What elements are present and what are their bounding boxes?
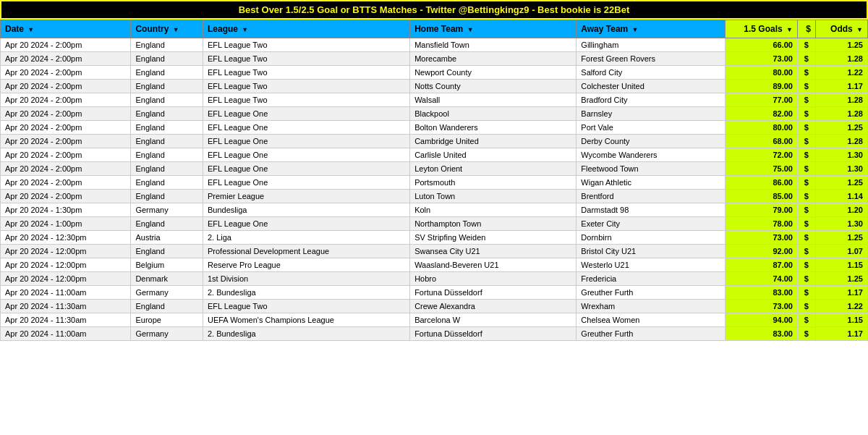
cell-league: EFL League One: [203, 162, 409, 176]
cell-league: EFL League Two: [203, 93, 409, 107]
cell-date: Apr 20 2024 - 2:00pm: [1, 148, 131, 162]
header-odds[interactable]: Odds ▼: [815, 20, 867, 38]
cell-odds: 1.22: [815, 66, 867, 80]
table-row: Apr 20 2024 - 11:30amEuropeUEFA Women's …: [1, 313, 868, 327]
header-home[interactable]: Home Team ▼: [410, 20, 576, 38]
cell-date: Apr 20 2024 - 2:00pm: [1, 162, 131, 176]
cell-dollar: $: [797, 148, 815, 162]
cell-dollar: $: [797, 121, 815, 135]
header-date[interactable]: Date ▼: [1, 20, 131, 38]
cell-home: Northampton Town: [410, 217, 576, 231]
cell-home: Bolton Wanderers: [410, 121, 576, 135]
cell-home: Cambridge United: [410, 135, 576, 148]
cell-league: EFL League Two: [203, 38, 409, 52]
cell-dollar: $: [797, 190, 815, 203]
country-filter-icon[interactable]: ▼: [173, 26, 179, 33]
cell-odds: 1.17: [815, 80, 867, 93]
cell-league: Reserve Pro League: [203, 258, 409, 272]
cell-country: Belgium: [131, 258, 203, 272]
cell-date: Apr 20 2024 - 11:00am: [1, 286, 131, 300]
cell-goals: 89.00: [725, 80, 797, 93]
cell-home: Hobro: [410, 272, 576, 286]
cell-country: Denmark: [131, 272, 203, 286]
cell-odds: 1.17: [815, 286, 867, 300]
table-row: Apr 20 2024 - 2:00pmEnglandEFL League On…: [1, 121, 868, 135]
cell-goals: 80.00: [725, 121, 797, 135]
cell-goals: 83.00: [725, 327, 797, 341]
cell-country: Austria: [131, 231, 203, 245]
cell-goals: 94.00: [725, 313, 797, 327]
league-filter-icon[interactable]: ▼: [242, 26, 248, 33]
title-bar: Best Over 1.5/2.5 Goal or BTTS Matches -…: [0, 0, 868, 20]
cell-country: Europe: [131, 313, 203, 327]
cell-odds: 1.14: [815, 190, 867, 203]
cell-away: Barnsley: [576, 107, 725, 121]
cell-away: Wycombe Wanderers: [576, 148, 725, 162]
cell-country: Germany: [131, 203, 203, 217]
cell-date: Apr 20 2024 - 2:00pm: [1, 38, 131, 52]
home-filter-icon[interactable]: ▼: [467, 26, 474, 33]
cell-date: Apr 20 2024 - 2:00pm: [1, 80, 131, 93]
cell-odds: 1.30: [815, 148, 867, 162]
cell-away: Gillingham: [576, 38, 725, 52]
cell-home: Walsall: [410, 93, 576, 107]
cell-dollar: $: [797, 66, 815, 80]
cell-goals: 68.00: [725, 135, 797, 148]
cell-country: England: [131, 148, 203, 162]
cell-league: EFL League Two: [203, 66, 409, 80]
cell-league: EFL League One: [203, 148, 409, 162]
goals-filter-icon[interactable]: ▼: [786, 26, 793, 33]
cell-country: England: [131, 176, 203, 190]
cell-country: England: [131, 38, 203, 52]
cell-league: Bundesliga: [203, 203, 409, 217]
cell-odds: 1.25: [815, 121, 867, 135]
cell-date: Apr 20 2024 - 2:00pm: [1, 121, 131, 135]
cell-league: EFL League One: [203, 176, 409, 190]
cell-goals: 77.00: [725, 93, 797, 107]
cell-goals: 92.00: [725, 245, 797, 258]
cell-dollar: $: [797, 300, 815, 313]
cell-date: Apr 20 2024 - 11:00am: [1, 327, 131, 341]
cell-date: Apr 20 2024 - 2:00pm: [1, 190, 131, 203]
cell-goals: 75.00: [725, 162, 797, 176]
cell-goals: 83.00: [725, 286, 797, 300]
cell-home: Notts County: [410, 80, 576, 93]
table-row: Apr 20 2024 - 1:30pmGermanyBundesligaKol…: [1, 203, 868, 217]
cell-date: Apr 20 2024 - 1:30pm: [1, 203, 131, 217]
odds-filter-icon[interactable]: ▼: [856, 26, 863, 33]
cell-home: Barcelona W: [410, 313, 576, 327]
cell-country: England: [131, 300, 203, 313]
cell-league: EFL League Two: [203, 52, 409, 66]
cell-home: Fortuna Düsseldorf: [410, 286, 576, 300]
cell-goals: 86.00: [725, 176, 797, 190]
cell-home: Mansfield Town: [410, 38, 576, 52]
cell-away: Dornbirn: [576, 231, 725, 245]
table-row: Apr 20 2024 - 2:00pmEnglandEFL League On…: [1, 148, 868, 162]
cell-odds: 1.15: [815, 258, 867, 272]
header-goals[interactable]: 1.5 Goals ▼: [725, 20, 797, 38]
cell-away: Greuther Furth: [576, 286, 725, 300]
header-country[interactable]: Country ▼: [131, 20, 203, 38]
table-row: Apr 20 2024 - 2:00pmEnglandEFL League Tw…: [1, 52, 868, 66]
cell-goals: 79.00: [725, 203, 797, 217]
cell-league: EFL League One: [203, 135, 409, 148]
cell-date: Apr 20 2024 - 2:00pm: [1, 176, 131, 190]
cell-odds: 1.15: [815, 313, 867, 327]
cell-goals: 73.00: [725, 231, 797, 245]
away-filter-icon[interactable]: ▼: [632, 26, 639, 33]
table-row: Apr 20 2024 - 1:00pmEnglandEFL League On…: [1, 217, 868, 231]
cell-away: Salford City: [576, 66, 725, 80]
header-league[interactable]: League ▼: [203, 20, 409, 38]
cell-country: England: [131, 190, 203, 203]
cell-country: England: [131, 93, 203, 107]
header-away[interactable]: Away Team ▼: [576, 20, 725, 38]
cell-league: EFL League Two: [203, 300, 409, 313]
cell-goals: 78.00: [725, 217, 797, 231]
cell-dollar: $: [797, 313, 815, 327]
cell-league: EFL League Two: [203, 80, 409, 93]
date-filter-icon[interactable]: ▼: [27, 26, 34, 33]
cell-away: Derby County: [576, 135, 725, 148]
header-dollar[interactable]: $: [797, 20, 815, 38]
cell-home: Newport County: [410, 66, 576, 80]
cell-country: Germany: [131, 327, 203, 341]
